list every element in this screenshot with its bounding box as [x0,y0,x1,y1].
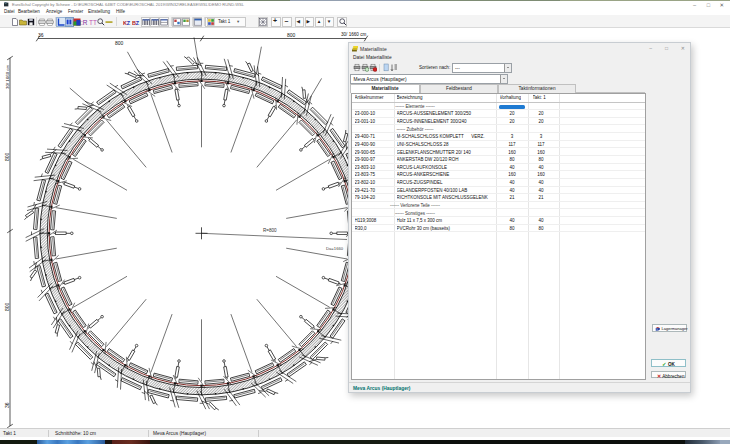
svg-text:30/ 1660 cm: 30/ 1660 cm [5,64,10,89]
svg-text:800: 800 [4,302,10,311]
svg-text::R: :R [81,18,88,25]
svg-text:30/ 1660 cm: 30/ 1660 cm [341,32,366,37]
svg-text:TT: TT [89,18,97,25]
svg-text:36: 36 [4,402,10,408]
svg-text:36: 36 [38,32,44,38]
svg-text:Z: Z [136,19,140,25]
svg-text:800: 800 [115,40,124,46]
svg-text:800: 800 [4,152,10,161]
svg-text:Z: Z [127,19,131,25]
svg-text:Da=1660: Da=1660 [326,246,344,251]
svg-text:800: 800 [287,32,296,38]
svg-text:R=800: R=800 [263,228,277,233]
